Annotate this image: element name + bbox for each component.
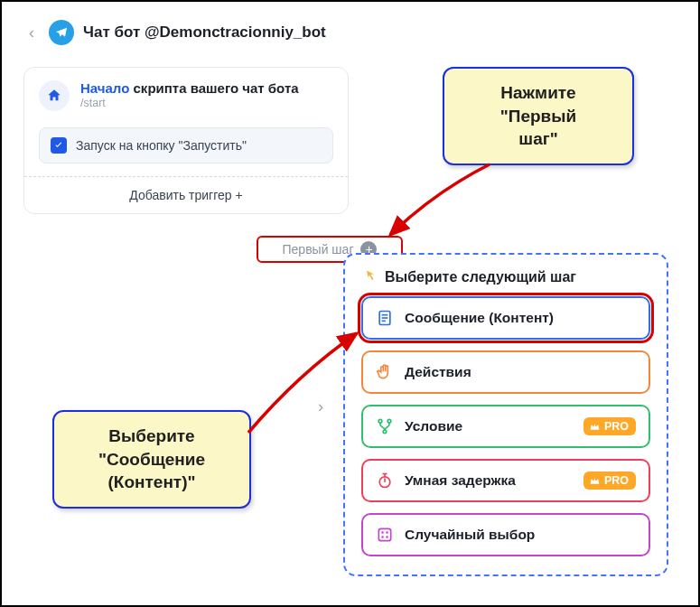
crown-icon: [589, 421, 601, 433]
pro-badge: PRO: [583, 417, 636, 435]
panel-heading: Выберите следующий шаг: [361, 269, 650, 285]
step-selection-panel: Выберите следующий шаг Сообщение (Контен…: [343, 253, 668, 576]
crown-icon: [589, 475, 601, 487]
start-card: Начало скрипта вашего чат бота /start За…: [23, 67, 349, 214]
add-trigger-button[interactable]: Добавить триггер +: [24, 176, 348, 213]
first-step-label: Первый шаг: [283, 242, 354, 257]
svg-rect-11: [378, 528, 390, 540]
svg-point-15: [386, 536, 388, 538]
dice-icon: [376, 526, 394, 544]
start-subtitle: /start: [80, 97, 299, 109]
header: ‹ Чат бот @Demonctracionniy_bot: [2, 2, 698, 52]
svg-point-6: [383, 430, 387, 434]
step-option-actions[interactable]: Действия: [361, 350, 650, 394]
page-title: Чат бот @Demonctracionniy_bot: [83, 23, 326, 42]
back-button[interactable]: ‹: [23, 22, 40, 44]
home-icon: [39, 80, 70, 111]
svg-point-14: [381, 536, 384, 538]
pro-badge: PRO: [583, 472, 636, 490]
checkbox-checked-icon[interactable]: [51, 137, 67, 154]
step-option-message[interactable]: Сообщение (Контент): [361, 296, 650, 340]
step-option-random[interactable]: Случайный выбор: [361, 513, 650, 556]
telegram-icon: [49, 20, 74, 45]
callout-select-message: Выберите "Сообщение (Контент)": [52, 410, 251, 509]
trigger-row[interactable]: Запуск на кнопку "Запустить": [39, 127, 333, 163]
svg-point-4: [378, 419, 382, 423]
svg-point-12: [381, 531, 384, 534]
stopwatch-icon: [376, 472, 394, 490]
svg-point-5: [387, 419, 391, 423]
step-option-condition[interactable]: Условие PRO: [361, 405, 650, 448]
start-title: Начало скрипта вашего чат бота: [80, 80, 299, 96]
svg-point-13: [386, 531, 388, 534]
document-icon: [376, 309, 394, 327]
pointer-icon: [361, 269, 378, 285]
branch-icon: [376, 417, 394, 435]
step-option-delay[interactable]: Умная задержка PRO: [361, 459, 650, 502]
hand-icon: [376, 363, 394, 381]
collapse-panel-button[interactable]: ›: [318, 397, 323, 416]
callout-first-step: Нажмите "Первый шаг": [443, 67, 634, 165]
trigger-label: Запуск на кнопку "Запустить": [76, 138, 247, 153]
